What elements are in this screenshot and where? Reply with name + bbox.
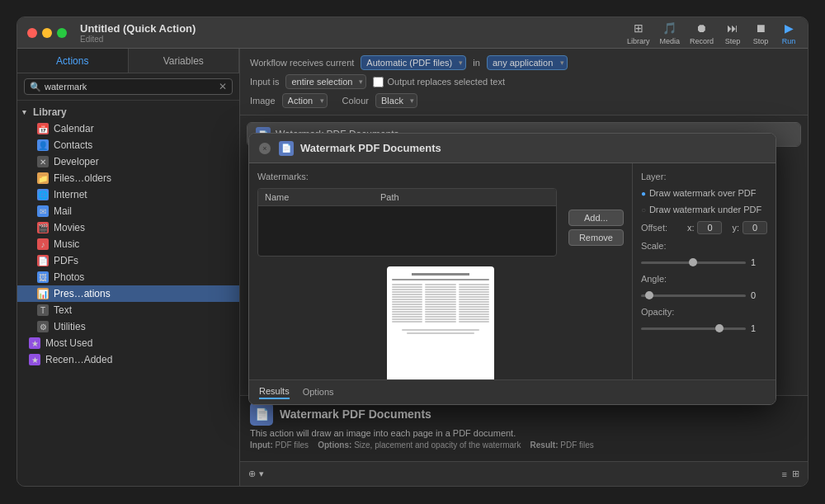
preview-doc-content [387,266,494,379]
sidebar-item-presentations[interactable]: 📊 Pres…ations [17,285,239,302]
angle-label: Angle: [641,274,682,284]
window-title-text: Untitled (Quick Action) [80,22,196,35]
input-select[interactable]: entire selection [285,74,366,89]
watermarks-table-body [258,206,556,256]
sidebar-item-developer[interactable]: ✕ Developer [17,153,239,170]
colour-select[interactable]: Black [375,93,417,108]
search-clear-icon[interactable]: ✕ [219,81,227,92]
application-select[interactable]: any application [487,55,568,70]
opacity-thumb[interactable] [715,324,724,332]
calendar-icon: 📅 [37,123,49,134]
search-input[interactable] [45,82,215,92]
bottom-bar-grid-btn[interactable]: ⊞ [792,469,799,479]
watermarks-label: Watermarks: [257,172,624,181]
sidebar-item-photos[interactable]: 🖼 Photos [17,269,239,285]
library-icon: ⊞ [629,21,648,35]
input-select-wrap: entire selection [285,74,366,89]
sidebar-item-recently-added[interactable]: ★ Recen…Added [17,351,239,368]
bottom-bar-list-btn[interactable]: ≡ [782,469,787,479]
preview-document [387,266,494,379]
scale-value: 1 [751,257,767,267]
files-icon: 📁 [37,172,49,184]
sidebar-item-label: Pres…ations [54,288,111,299]
bottom-bar-btn1[interactable]: ⊕ ▾ [248,469,264,479]
draw-under-option[interactable]: ○ Draw watermark under PDF [641,205,767,214]
grid-icon: ⊞ [792,469,799,479]
sidebar-item-label: Files…olders [54,172,111,184]
sidebar-item-label: Calendar [54,123,94,134]
library-group[interactable]: ▾ Library [17,104,239,120]
tab-variables[interactable]: Variables [129,49,240,73]
record-button[interactable]: ⏺ Record [690,21,714,45]
add-watermark-button[interactable]: Add... [568,210,624,226]
presentations-icon: 📊 [37,288,49,299]
sidebar-item-label: Internet [54,189,87,200]
sidebar-item-music[interactable]: ♪ Music [17,236,239,252]
image-select[interactable]: Action [282,93,328,108]
tab-options[interactable]: Options [303,387,334,398]
sidebar-item-movies[interactable]: 🎬 Movies [17,219,239,236]
result-meta-label: Result: [530,440,559,450]
sidebar-item-pdfs[interactable]: 📄 PDFs [17,252,239,269]
maximize-button[interactable] [57,28,67,38]
stop-button[interactable]: ⏹ Stop [752,21,770,45]
developer-icon: ✕ [37,156,49,167]
scale-thumb[interactable] [689,258,697,266]
angle-slider[interactable] [641,294,746,297]
receives-select[interactable]: Automatic (PDF files) [361,55,466,70]
sidebar-item-calendar[interactable]: 📅 Calendar [17,120,239,137]
opacity-slider[interactable] [641,327,746,330]
traffic-lights[interactable] [27,28,67,38]
modal-left: Watermarks: Name Path Add... Remove [249,163,633,379]
close-button[interactable] [27,28,37,38]
sidebar-item-mail[interactable]: ✉ Mail [17,203,239,219]
media-button[interactable]: 🎵 Media [659,21,680,45]
run-button[interactable]: ▶ Run [780,21,798,45]
tab-actions[interactable]: Actions [17,49,129,73]
modal-title: 📄 Watermark PDF Documents [279,141,441,156]
mail-icon: ✉ [37,205,49,217]
sidebar-item-utilities[interactable]: ⚙ Utilities [17,318,239,335]
list-icon: ≡ [782,469,787,479]
image-label: Image [250,96,276,106]
modal-right: Layer: ● Draw watermark over PDF ○ Draw … [633,163,776,379]
modal-header: × 📄 Watermark PDF Documents [249,134,776,163]
image-select-wrap: Action [282,93,328,108]
scale-row: Scale: [641,241,767,251]
draw-over-label: Draw watermark over PDF [649,188,757,198]
receives-select-wrap: Automatic (PDF files) [361,55,466,70]
colour-label: Colour [342,96,369,106]
sidebar-item-label: Most Used [45,337,92,349]
y-input[interactable] [742,221,767,234]
application-select-wrap: any application [487,55,568,70]
input-meta-label: Input: [250,440,273,450]
sidebar-item-most-used[interactable]: ★ Most Used [17,335,239,351]
sidebar-item-label: Recen…Added [45,354,112,365]
sidebar-item-files[interactable]: 📁 Files…olders [17,170,239,186]
step-button[interactable]: ⏭ Step [724,21,742,45]
sidebar-item-contacts[interactable]: 👤 Contacts [17,137,239,153]
offset-label: Offset: [641,223,682,233]
sidebar-item-label: Library [33,106,67,118]
opacity-value: 1 [751,323,767,333]
minimize-button[interactable] [42,28,52,38]
output-checkbox[interactable] [373,77,384,87]
sidebar-item-internet[interactable]: 🌐 Internet [17,186,239,203]
remove-watermark-button[interactable]: Remove [568,229,624,246]
sidebar-item-label: Music [54,238,79,250]
draw-over-option[interactable]: ● Draw watermark over PDF [641,188,767,198]
scale-label: Scale: [641,241,682,251]
angle-thumb[interactable] [645,291,653,299]
preview-line [392,279,489,280]
modal-close-button[interactable]: × [259,143,271,154]
sidebar-item-text[interactable]: T Text [17,302,239,318]
x-input[interactable] [697,221,722,234]
library-button[interactable]: ⊞ Library [627,21,650,45]
scale-slider-container: 1 [641,257,767,267]
radio-unchecked-icon: ○ [641,205,646,214]
tab-results[interactable]: Results [259,386,290,399]
input-meta-value: PDF files [276,440,309,450]
scale-slider[interactable] [641,261,746,264]
workflow-topbar: Workflow receives current Automatic (PDF… [240,49,808,115]
text-icon: T [37,304,49,316]
